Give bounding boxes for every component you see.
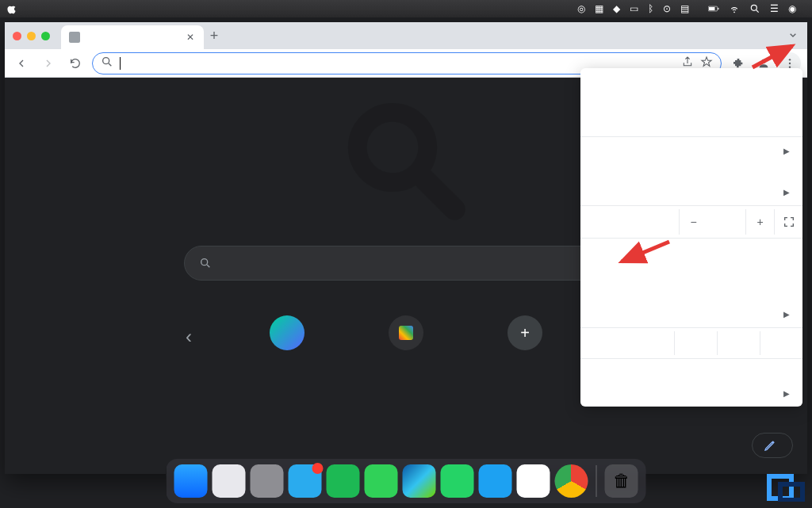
dock-brave[interactable] (517, 464, 550, 498)
wifi-icon[interactable] (729, 3, 740, 14)
shortcut-groww[interactable] (255, 315, 319, 358)
edit-cut-button[interactable] (674, 331, 717, 355)
keyboard-icon[interactable]: ▤ (680, 3, 689, 14)
menu-print[interactable] (580, 242, 802, 262)
svg-line-12 (419, 174, 454, 209)
search-icon (101, 55, 113, 71)
dock-trash[interactable]: 🗑 (605, 464, 638, 498)
svg-rect-1 (709, 7, 715, 10)
menu-incognito[interactable] (580, 113, 802, 133)
zoom-tray-icon[interactable]: ▦ (595, 3, 603, 14)
search-logo-icon (339, 94, 473, 231)
submenu-arrow-icon: ▶ (783, 147, 790, 155)
dock-chrome[interactable] (555, 464, 588, 498)
shortcuts-row: ‹ + › (178, 315, 634, 358)
svg-point-13 (201, 259, 208, 265)
tab-strip: ✕ + (5, 22, 807, 49)
menu-help[interactable]: ▶ (580, 383, 802, 403)
svg-point-9 (789, 62, 791, 63)
back-button[interactable] (11, 53, 32, 74)
reload-button[interactable] (65, 53, 86, 74)
bluetooth-icon[interactable]: ᛒ (648, 3, 653, 14)
svg-point-10 (789, 66, 791, 67)
apple-icon[interactable] (6, 3, 17, 14)
dock-edge[interactable] (403, 464, 436, 498)
control-center-icon[interactable]: ☰ (770, 3, 779, 14)
badge (312, 463, 324, 474)
svg-line-6 (109, 63, 111, 66)
submenu-arrow-icon: ▶ (783, 188, 790, 197)
menu-new-window[interactable] (580, 92, 802, 113)
macos-menubar: ◎ ▦ ◆ ▭ ᛒ ⊙ ▤ ☰ ◉ (0, 0, 812, 17)
customize-button[interactable] (752, 433, 793, 458)
menu-more-tools[interactable]: ▶ (580, 304, 802, 324)
tabs-dropdown-button[interactable] (787, 29, 799, 44)
svg-line-14 (207, 265, 209, 267)
submenu-arrow-icon: ▶ (783, 310, 790, 319)
menu-downloads[interactable] (580, 161, 802, 181)
address-input[interactable] (127, 57, 675, 69)
display-icon[interactable]: ▭ (630, 3, 638, 14)
user-tray-icon[interactable]: ◉ (788, 3, 796, 14)
menu-zoom: − + (580, 209, 802, 235)
menu-history[interactable]: ▶ (580, 140, 802, 161)
spotlight-icon[interactable] (749, 3, 760, 14)
menu-find[interactable] (580, 283, 802, 304)
menu-cast[interactable] (580, 262, 802, 283)
dock-settings[interactable] (251, 464, 284, 498)
zoom-out-button[interactable]: − (679, 209, 707, 235)
svg-point-3 (751, 5, 756, 10)
menu-new-tab[interactable] (580, 71, 802, 92)
new-tab-button[interactable]: + (204, 25, 224, 46)
shortcut-webstore[interactable] (374, 315, 438, 358)
svg-point-8 (789, 59, 791, 60)
watermark-logo (766, 473, 806, 502)
menu-edit-row (580, 331, 802, 355)
dock-twitter[interactable] (479, 464, 512, 498)
ntp-search-box[interactable] (184, 246, 628, 281)
dock-spotify[interactable] (327, 464, 360, 498)
zoom-in-button[interactable]: + (745, 209, 774, 235)
text-cursor (120, 57, 121, 70)
svg-rect-2 (718, 8, 718, 10)
menu-settings[interactable] (580, 362, 802, 383)
tab-close-button[interactable]: ✕ (185, 32, 196, 43)
window-minimize-button[interactable] (27, 32, 36, 40)
svg-point-7 (761, 59, 765, 63)
dock-whatsapp[interactable] (441, 464, 474, 498)
window-close-button[interactable] (13, 32, 21, 40)
shortcut-add[interactable]: + (493, 315, 557, 358)
svg-line-4 (756, 10, 759, 13)
edit-paste-button[interactable] (760, 331, 802, 355)
add-icon: + (508, 315, 542, 350)
battery-icon[interactable] (708, 3, 719, 14)
menu-bookmarks[interactable]: ▶ (580, 181, 802, 202)
tab-favicon (69, 32, 80, 43)
fullscreen-button[interactable] (774, 209, 802, 235)
dock-launchpad[interactable] (213, 464, 246, 498)
dock-telegram[interactable] (289, 464, 322, 498)
macos-dock: 🗑 (167, 459, 646, 503)
play-icon[interactable]: ⊙ (663, 3, 671, 14)
forward-button[interactable] (38, 53, 59, 74)
shortcuts-prev-button[interactable]: ‹ (178, 326, 200, 348)
notification-icon[interactable]: ◆ (613, 3, 620, 14)
webstore-icon (389, 315, 423, 350)
dock-finder[interactable] (174, 464, 208, 498)
dock-separator (596, 465, 597, 497)
search-icon (199, 257, 212, 269)
window-controls (13, 32, 50, 40)
dock-messages[interactable] (365, 464, 398, 498)
pencil-icon (764, 439, 776, 452)
edit-copy-button[interactable] (717, 331, 760, 355)
chrome-menu: ▶ ▶ − + ▶ ▶ (580, 68, 802, 407)
window-maximize-button[interactable] (41, 32, 50, 40)
submenu-arrow-icon: ▶ (783, 389, 790, 398)
svg-point-5 (103, 57, 109, 63)
browser-tab[interactable]: ✕ (61, 25, 204, 49)
groww-icon (270, 315, 304, 350)
siri-icon[interactable]: ◎ (577, 3, 585, 14)
